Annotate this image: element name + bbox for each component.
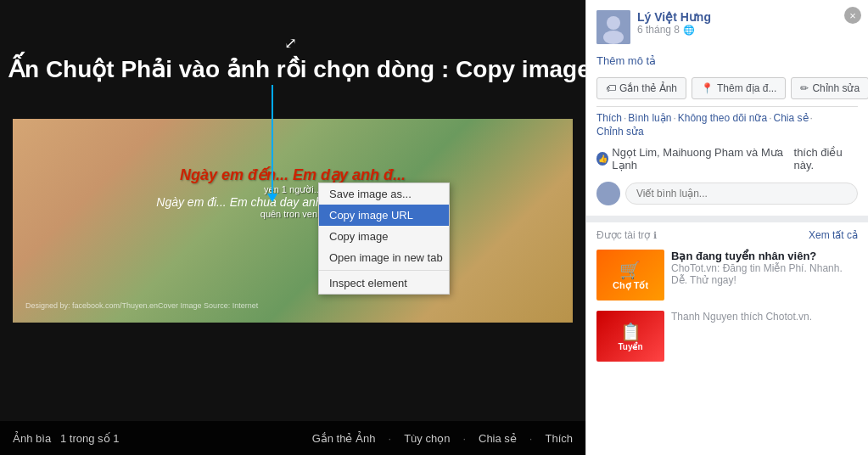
profile-name[interactable]: Lý Việt Hưng [637,10,858,24]
sponsored-info-icon: ℹ [653,230,657,241]
sponsored-label: Được tài trợ ℹ [596,229,657,241]
avatar [596,10,630,44]
tag-photo-label: Gắn thẻ Ảnh [619,82,677,94]
post-time: 6 tháng 8 [637,24,680,36]
tag-icon: 🏷 [606,82,616,94]
photo-line3: Ngày em đi... Em chua day anh cách quên … [38,195,547,209]
photo-line1: Ngày em đến... Em dạy anh đ... [38,166,547,184]
privacy-icon: 🌐 [683,25,695,36]
like-link[interactable]: Thích [596,112,622,124]
photo-count: 1 trong số 1 [60,432,119,445]
ad-info-1: Bạn đang tuyển nhân viên? ChoTot.vn: Đăn… [671,250,858,286]
ad-title-1: Bạn đang tuyển nhân viên? [671,250,858,262]
likes-row: 👍 Ngọt Lim, Maihuong Pham và Mưa Lạnh th… [586,143,868,178]
section-divider [586,216,868,222]
ad-item-2: 📋 Tuyển Thanh Nguyen thích Chotot.vn. [586,306,868,367]
ad-image-1: 🛒 Chợ Tốt [596,250,664,301]
add-description[interactable]: Thêm mô tả [586,51,868,74]
like-action[interactable]: Thích [545,432,573,445]
share-link[interactable]: Chia sẻ [774,112,809,124]
context-menu-inspect[interactable]: Inspect element [319,272,449,294]
sponsored-header: Được tài trợ ℹ Xem tất cả [586,222,868,244]
options-action[interactable]: Tùy chọn [404,432,450,445]
ad-image-label-2: Tuyển [618,342,642,351]
ad-item-1: 🛒 Chợ Tốt Bạn đang tuyển nhân viên? ChoT… [586,244,868,306]
photo-area: Ngày em đến... Em dạy anh đ... yen 1 ngư… [13,119,573,323]
photo-bottom-bar: Ảnh bìa 1 trong số 1 Gắn thẻ Ảnh · Tùy c… [0,421,585,455]
social-actions: Thích · Bình luận · Không theo dõi nữa ·… [586,107,868,143]
photo-line2: yen 1 người... [38,184,547,195]
profile-info: Lý Việt Hưng 6 tháng 8 🌐 [637,10,858,36]
profile-section: Lý Việt Hưng 6 tháng 8 🌐 [586,0,868,51]
ad-image-label-1: Chợ Tốt [613,280,648,291]
right-panel: × Lý Việt Hưng 6 tháng 8 🌐 Thêm mô tả 🏷 … [585,0,868,455]
profile-meta: 6 tháng 8 🌐 [637,24,858,36]
album-label: Ảnh bìa [13,432,51,445]
likes-suffix: thích điều này. [794,146,858,171]
photo-text: Ngày em đến... Em dạy anh đ... yen 1 ngư… [38,166,547,219]
close-button[interactable]: × [844,7,861,24]
ad-image-2: 📋 Tuyển [596,311,664,362]
context-menu: Save image as... Copy image URL Copy ima… [318,183,450,295]
like-thumb-icon: 👍 [596,152,608,166]
context-menu-save[interactable]: Save image as... [319,183,449,205]
context-menu-open-new-tab[interactable]: Open image in new tab [319,247,449,268]
ad-desc-1: ChoTot.vn: Đăng tin Miễn Phí. Nhanh. Dễ.… [671,262,858,286]
context-menu-copy-url[interactable]: Copy image URL [319,205,449,226]
svg-point-1 [607,16,620,30]
svg-point-2 [603,31,624,44]
blue-arrow [272,85,273,195]
comment-link[interactable]: Bình luận [628,112,671,124]
tag-photo-action[interactable]: Gắn thẻ Ảnh [312,432,376,445]
unfollow-link[interactable]: Không theo dõi nữa [678,112,767,124]
photo-bottom-actions: Gắn thẻ Ảnh · Tùy chọn · Chia sẻ · Thích [312,432,573,445]
context-menu-copy-image[interactable]: Copy image [319,226,449,247]
likers-names: Ngọt Lim, Maihuong Pham và Mưa Lạnh [612,146,790,171]
add-location-label: Thêm địa đ... [717,82,776,94]
photo-designer: Designed by: facebook.com/Thuyen.enCover… [25,301,258,310]
comment-input[interactable] [625,183,858,205]
commenter-avatar [596,182,620,205]
edit-label: Chỉnh sửa [812,82,860,94]
ad-desc-2: Thanh Nguyen thích Chotot.vn. [671,311,858,323]
sponsored-text: Được tài trợ [596,229,650,241]
tag-photo-button[interactable]: 🏷 Gắn thẻ Ảnh [596,77,686,99]
context-menu-divider [319,270,449,271]
instruction-text: Ấn Chuột Phải vào ảnh rồi chọn dòng : Co… [8,55,585,83]
see-all-link[interactable]: Xem tất cả [809,229,858,241]
location-icon: 📍 [701,82,714,94]
photo-line4: quên tron ven... [38,209,547,219]
edit-button[interactable]: ✏ Chỉnh sửa [791,77,868,99]
ad-info-2: Thanh Nguyen thích Chotot.vn. [671,311,858,323]
edit-icon: ✏ [800,82,809,94]
share-action[interactable]: Chia sẻ [479,432,517,445]
comment-input-row [586,178,868,216]
photo-album-info: Ảnh bìa 1 trong số 1 [13,432,295,445]
add-location-button[interactable]: 📍 Thêm địa đ... [692,77,786,99]
photo-viewer: Ấn Chuột Phải vào ảnh rồi chọn dòng : Co… [0,0,585,455]
edit-link[interactable]: Chỉnh sửa [596,126,644,138]
action-buttons: 🏷 Gắn thẻ Ảnh 📍 Thêm địa đ... ✏ Chỉnh sử… [586,74,868,106]
expand-icon[interactable]: ⤢ [284,34,297,53]
